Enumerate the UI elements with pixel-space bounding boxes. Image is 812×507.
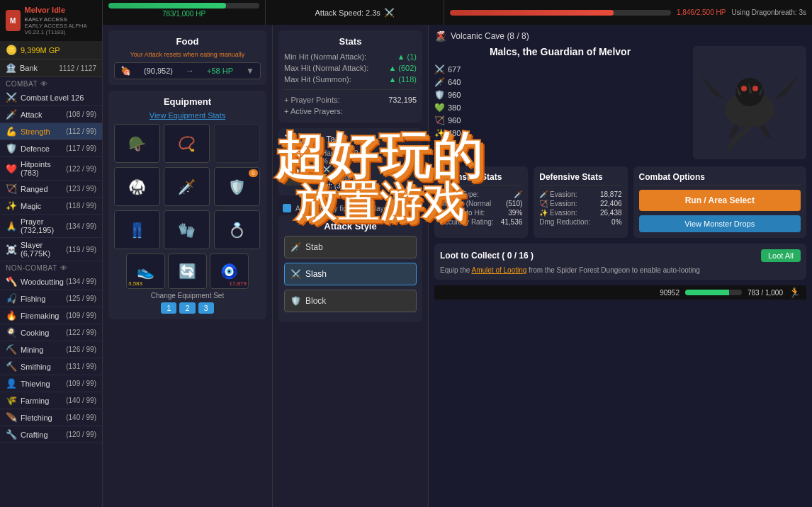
food-slot[interactable]: 🍖 (90,952) → +58 HP ▼ — [114, 62, 261, 79]
stats-section: Stats Min Hit (Normal Attack): ▲ (1) Max… — [278, 30, 422, 123]
stab-label: Stab — [305, 242, 323, 252]
sidebar-item-thieving[interactable]: 👤 Thieving (109 / 99) — [0, 375, 102, 392]
loot-all-button[interactable]: Loot All — [761, 249, 801, 262]
sidebar-item-farming[interactable]: 🌾 Farming (140 / 99) — [0, 392, 102, 409]
sidebar-item-magic[interactable]: ✨ Magic (118 / 99) — [0, 198, 102, 215]
run-icon: 🏃 — [789, 287, 801, 298]
style-btn-slash[interactable]: ⚔️ Slash — [284, 263, 417, 285]
sidebar-item-defence[interactable]: 🛡️ Defence (117 / 99) — [0, 140, 102, 157]
sidebar-item-woodcutting[interactable]: 🪓 Woodcutting (134 / 99) — [0, 273, 102, 290]
sidebar-item-crafting[interactable]: 🔧 Crafting (120 / 99) — [0, 426, 102, 443]
bank-icon: 🏦 — [6, 63, 16, 73]
slayer-task-content: 🦅 Harvest (70 % are the ⚔️ 106 ach. Max … — [284, 149, 417, 190]
sidebar-item-strength[interactable]: 💪 Strength (112 / 99) — [0, 123, 102, 140]
mining-icon: ⛏️ — [6, 344, 17, 355]
equip-slot-boots[interactable]: 👟 3,583 — [126, 254, 165, 289]
sidebar-item-mining[interactable]: ⛏️ Mining (126 / 99) — [0, 341, 102, 358]
bank-count: 1112 / 1127 — [59, 64, 96, 72]
monster-stat-0: ⚔️ 677 — [434, 63, 686, 76]
loot-section: Loot to Collect ( 0 / 16 ) Loot All Equi… — [434, 244, 806, 280]
equip-slot-legs[interactable]: 👖 — [114, 210, 160, 249]
slayer-task-section: ☠️ Slayer Ta... 🦅 Harvest (70 % are the … — [278, 128, 422, 195]
magic-icon: ✨ — [6, 200, 17, 211]
non-combat-section-label: NON-COMBAT 👁 — [0, 261, 102, 273]
bottom-bar: 90952 783 / 1,000 🏃 — [434, 285, 806, 300]
food-amount: (90,952) — [144, 67, 173, 75]
set-btn-3[interactable]: 3 — [198, 302, 214, 314]
firemaking-icon: 🔥 — [6, 310, 17, 321]
style-btn-block[interactable]: 🛡️ Block — [284, 290, 417, 312]
slayer-hit: Hit: (31) — [322, 182, 363, 190]
enemy-hp-fill — [450, 10, 614, 16]
equip-slot-summon2[interactable]: 🧿 17,879 — [210, 254, 249, 289]
sidebar-item-ranged[interactable]: 🏹 Ranged (123 / 99) — [0, 181, 102, 198]
set-btn-2[interactable]: 2 — [179, 302, 195, 314]
enemy-hp-section: 1,846/2,500 HP Using Dragonbreath: 3s — [444, 0, 812, 25]
stats-title: Stats — [284, 36, 417, 47]
sidebar-item-combat[interactable]: ⚔️ Combat Level 126 — [0, 89, 102, 106]
coin-icon: 🪙 — [6, 45, 17, 55]
monster-stat-4: 🏹 960 — [434, 114, 686, 127]
monster-drops-button[interactable]: View Monster Drops — [639, 215, 801, 232]
bank-label: Bank — [20, 64, 38, 72]
equip-slot-ring[interactable]: 💍 — [214, 210, 260, 249]
svg-point-2 — [741, 86, 747, 91]
stat4-icon: 🏹 — [434, 115, 444, 125]
using-text: Using Dragonbreath: 3s — [731, 8, 806, 16]
sidebar-bank[interactable]: 🏦 Bank 1112 / 1127 — [0, 59, 102, 77]
sidebar-item-fishing[interactable]: 🎣 Fishing (125 / 99) — [0, 290, 102, 307]
sidebar-item-prayer[interactable]: 🙏 Prayer (732,195) (134 / 99) — [0, 215, 102, 238]
slayer-tab-label: Slayer Ta... — [300, 135, 342, 144]
sidebar-item-hitpoints[interactable]: ❤️ Hitpoints (783) (122 / 99) — [0, 157, 102, 181]
chance-hit-row: Chance to Hit: 39% — [440, 208, 522, 217]
sidebar-item-slayer[interactable]: ☠️ Slayer (6,775K) (119 / 99) — [0, 238, 102, 261]
equip-slot-gloves[interactable]: 🧤 — [164, 210, 210, 249]
food-warning: Your Attack resets when eating manually — [114, 51, 261, 58]
amulet-link[interactable]: Amulet of Looting — [471, 266, 526, 274]
sidebar-gp[interactable]: 🪙 9,399M GP — [0, 41, 102, 59]
stab-icon: 🗡️ — [291, 242, 301, 252]
sidebar-item-cooking[interactable]: 🍳 Cooking (122 / 99) — [0, 324, 102, 341]
monster-name: Malcs, the Guardian of Melvor — [434, 46, 686, 57]
sidebar-item-attack[interactable]: 🗡️ Attack (108 / 99) — [0, 106, 102, 123]
sidebar-item-firemaking[interactable]: 🔥 Firemaking (109 / 99) — [0, 307, 102, 324]
equip-slot-amulet[interactable]: 📿 — [164, 124, 210, 163]
loot-desc: Equip the Amulet of Looting from the Spi… — [440, 266, 801, 274]
equip-slot-summon1[interactable]: 🔄 — [168, 254, 207, 289]
monster-section: Malcs, the Guardian of Melvor ⚔️ 677 🗡️ … — [434, 46, 806, 159]
sidebar-item-smithing[interactable]: 🔨 Smithing (131 / 99) — [0, 358, 102, 375]
attack-speed-section: Attack Speed: 2.3s ⚔️ — [266, 0, 444, 25]
change-set-label: Change Equipment Set — [114, 292, 261, 300]
ranged-icon: 🏹 — [6, 183, 17, 194]
strength-icon: 💪 — [6, 126, 17, 137]
equip-slot-body[interactable]: 🥋 — [114, 167, 160, 206]
bottom-equip-row: 👟 3,583 🔄 🧿 17,879 — [114, 254, 261, 289]
view-stats-link[interactable]: View Equipment Stats — [114, 111, 261, 120]
top-bar: 783/1,000 HP Attack Speed: 2.3s ⚔️ 1,846… — [103, 0, 812, 25]
stat3-icon: 💚 — [434, 103, 444, 113]
slayer-desc: Harvest (70 — [322, 149, 363, 157]
bottom-progress-bar — [685, 290, 742, 295]
auto-slayer-checkbox[interactable] — [283, 204, 291, 212]
attack-type-row: Attack Type: 🗡️ — [440, 190, 522, 199]
run-area-button[interactable]: Run / Area Select — [639, 190, 801, 211]
prayer-icon: 🙏 — [6, 221, 17, 232]
sidebar-header: M Melvor Idle EARLY ACCESS EARLY ACCESS … — [0, 0, 102, 41]
defence-icon: 🛡️ — [6, 143, 17, 154]
gp-amount: 9,399M GP — [21, 46, 60, 55]
equip-slot-weapon[interactable]: 🗡️ — [164, 167, 210, 206]
fletching-icon: 🪶 — [6, 412, 17, 423]
set-btn-1[interactable]: 1 — [161, 302, 176, 314]
equipment-section: Equipment View Equipment Stats 🪖 📿 🥋 🗡️ … — [108, 91, 266, 319]
sidebar-item-fletching[interactable]: 🪶 Fletching (140 / 99) — [0, 409, 102, 426]
equip-slot-helm[interactable]: 🪖 — [114, 124, 160, 163]
combat-section-label: COMBAT 👁 — [0, 77, 102, 89]
attack-style-title: Attack Style — [284, 221, 417, 232]
equip-slot-offhand[interactable]: 0 🛡️ — [214, 167, 260, 206]
early-access: EARLY ACCESS — [25, 16, 96, 23]
style-btn-stab[interactable]: 🗡️ Stab — [284, 236, 417, 258]
slayer-tab-icon: ☠️ — [284, 134, 296, 145]
svg-point-3 — [752, 86, 758, 91]
equip-slot-cape[interactable] — [214, 124, 260, 163]
slayer-task-header: ☠️ Slayer Ta... — [284, 134, 417, 145]
